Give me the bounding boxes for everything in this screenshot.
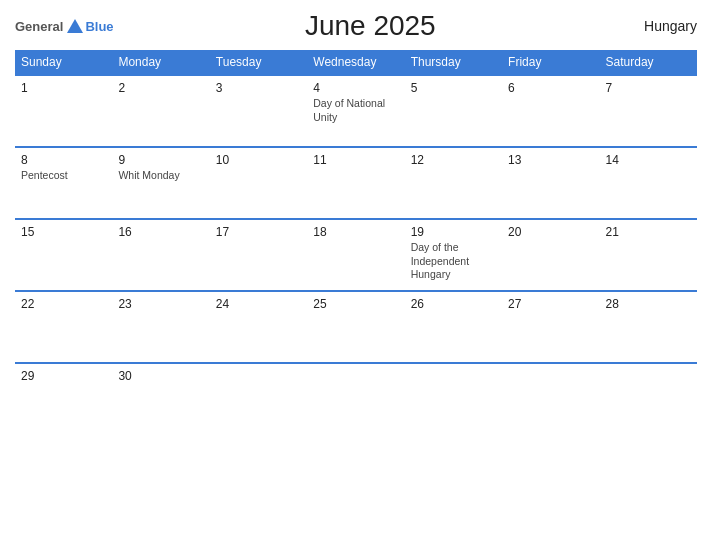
calendar-cell: 29 xyxy=(15,363,112,435)
calendar-cell: 14 xyxy=(600,147,697,219)
calendar-title: June 2025 xyxy=(114,10,627,42)
calendar-cell: 13 xyxy=(502,147,599,219)
calendar-cell: 8Pentecost xyxy=(15,147,112,219)
header: General Blue June 2025 Hungary xyxy=(15,10,697,42)
calendar-cell xyxy=(307,363,404,435)
calendar-cell: 5 xyxy=(405,75,502,147)
page: General Blue June 2025 Hungary Sunday Mo… xyxy=(0,0,712,550)
header-thursday: Thursday xyxy=(405,50,502,75)
day-number: 16 xyxy=(118,225,203,239)
calendar-cell: 30 xyxy=(112,363,209,435)
calendar-cell: 2 xyxy=(112,75,209,147)
logo-triangle-icon xyxy=(67,19,83,33)
day-number: 19 xyxy=(411,225,496,239)
day-event: Day of National Unity xyxy=(313,97,398,124)
calendar-week-row: 1516171819Day of the Independent Hungary… xyxy=(15,219,697,291)
calendar-cell: 23 xyxy=(112,291,209,363)
day-number: 23 xyxy=(118,297,203,311)
day-number: 17 xyxy=(216,225,301,239)
calendar-cell: 24 xyxy=(210,291,307,363)
calendar-cell: 20 xyxy=(502,219,599,291)
day-number: 15 xyxy=(21,225,106,239)
day-number: 18 xyxy=(313,225,398,239)
calendar-week-row: 22232425262728 xyxy=(15,291,697,363)
day-number: 14 xyxy=(606,153,691,167)
header-tuesday: Tuesday xyxy=(210,50,307,75)
header-friday: Friday xyxy=(502,50,599,75)
day-number: 12 xyxy=(411,153,496,167)
day-number: 24 xyxy=(216,297,301,311)
day-number: 10 xyxy=(216,153,301,167)
day-number: 5 xyxy=(411,81,496,95)
day-event: Day of the Independent Hungary xyxy=(411,241,496,282)
calendar-cell: 17 xyxy=(210,219,307,291)
calendar-cell: 16 xyxy=(112,219,209,291)
header-saturday: Saturday xyxy=(600,50,697,75)
country-label: Hungary xyxy=(627,18,697,34)
calendar-cell: 22 xyxy=(15,291,112,363)
calendar-cell: 19Day of the Independent Hungary xyxy=(405,219,502,291)
calendar-week-row: 2930 xyxy=(15,363,697,435)
logo-general: General xyxy=(15,19,63,34)
calendar-cell: 27 xyxy=(502,291,599,363)
day-number: 2 xyxy=(118,81,203,95)
day-number: 6 xyxy=(508,81,593,95)
day-number: 22 xyxy=(21,297,106,311)
header-wednesday: Wednesday xyxy=(307,50,404,75)
day-number: 4 xyxy=(313,81,398,95)
calendar-cell: 12 xyxy=(405,147,502,219)
day-event: Whit Monday xyxy=(118,169,203,183)
calendar-cell: 9Whit Monday xyxy=(112,147,209,219)
logo: General Blue xyxy=(15,19,114,34)
day-number: 3 xyxy=(216,81,301,95)
calendar-cell: 15 xyxy=(15,219,112,291)
day-number: 27 xyxy=(508,297,593,311)
day-number: 13 xyxy=(508,153,593,167)
calendar-cell: 18 xyxy=(307,219,404,291)
calendar-cell: 4Day of National Unity xyxy=(307,75,404,147)
day-number: 20 xyxy=(508,225,593,239)
header-monday: Monday xyxy=(112,50,209,75)
calendar-cell: 6 xyxy=(502,75,599,147)
calendar-cell: 28 xyxy=(600,291,697,363)
calendar-cell: 25 xyxy=(307,291,404,363)
calendar-cell: 11 xyxy=(307,147,404,219)
day-number: 7 xyxy=(606,81,691,95)
logo-blue: Blue xyxy=(85,19,113,34)
calendar-cell: 7 xyxy=(600,75,697,147)
calendar-cell: 21 xyxy=(600,219,697,291)
day-number: 1 xyxy=(21,81,106,95)
weekday-header-row: Sunday Monday Tuesday Wednesday Thursday… xyxy=(15,50,697,75)
day-number: 29 xyxy=(21,369,106,383)
calendar-cell: 3 xyxy=(210,75,307,147)
calendar-cell xyxy=(600,363,697,435)
calendar-week-row: 1234Day of National Unity567 xyxy=(15,75,697,147)
calendar-cell: 26 xyxy=(405,291,502,363)
day-number: 21 xyxy=(606,225,691,239)
header-sunday: Sunday xyxy=(15,50,112,75)
day-number: 30 xyxy=(118,369,203,383)
day-number: 25 xyxy=(313,297,398,311)
calendar-cell xyxy=(405,363,502,435)
calendar-week-row: 8Pentecost9Whit Monday1011121314 xyxy=(15,147,697,219)
day-event: Pentecost xyxy=(21,169,106,183)
calendar-cell: 10 xyxy=(210,147,307,219)
calendar-cell xyxy=(210,363,307,435)
day-number: 8 xyxy=(21,153,106,167)
day-number: 28 xyxy=(606,297,691,311)
day-number: 9 xyxy=(118,153,203,167)
calendar-cell xyxy=(502,363,599,435)
day-number: 11 xyxy=(313,153,398,167)
calendar-table: Sunday Monday Tuesday Wednesday Thursday… xyxy=(15,50,697,435)
calendar-cell: 1 xyxy=(15,75,112,147)
day-number: 26 xyxy=(411,297,496,311)
